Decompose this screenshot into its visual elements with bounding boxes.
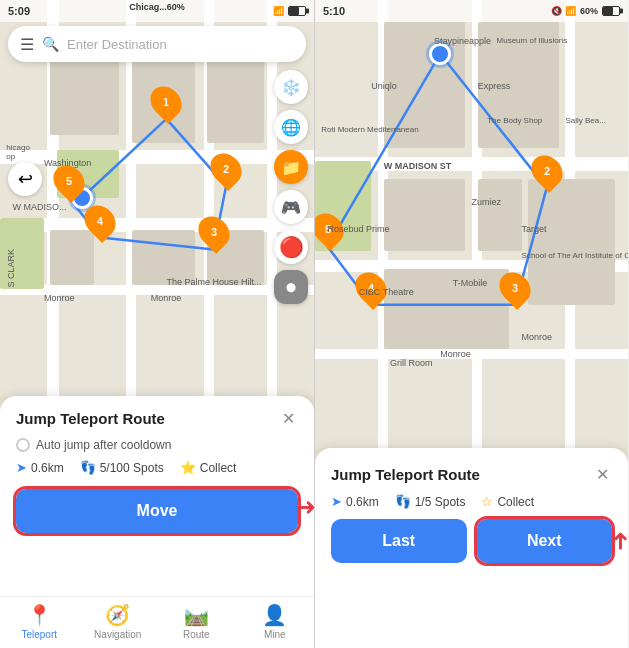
teleport-nav-label: Teleport [21, 629, 57, 640]
navigation-icon: ➤ [16, 460, 27, 475]
label-target: Target [522, 224, 547, 234]
auto-jump-radio[interactable] [16, 438, 30, 452]
label-monroe-left1: Monroe [44, 293, 75, 303]
left-auto-jump-row: Auto jump after cooldown [16, 438, 298, 452]
left-move-container: Move ➜ [16, 485, 298, 533]
label-clark: S CLARK [6, 249, 16, 288]
left-dialog: Jump Teleport Route ✕ Auto jump after co… [0, 396, 314, 596]
right-dialog-title-row: Jump Teleport Route ✕ [331, 464, 612, 484]
undo-button[interactable]: ↩ [8, 162, 42, 196]
label-wmadison-right: W MADISON ST [384, 161, 452, 171]
tool-snowflake[interactable]: ❄️ [274, 70, 308, 104]
label-tmobile: T-Mobile [453, 278, 488, 288]
label-zumiez: Zumiez [472, 197, 502, 207]
left-battery [288, 6, 306, 16]
label-express: Express [478, 81, 511, 91]
footprint-icon: 👣 [80, 460, 96, 475]
left-status-bar: 5:09 Chicag...60% 📶 [0, 0, 314, 22]
building-r6 [384, 269, 509, 350]
left-status-center: Chicag...60% [129, 2, 185, 12]
nav-navigation-left[interactable]: 🧭 Navigation [79, 603, 158, 640]
waypoint-4-left: 4 [86, 204, 114, 238]
right-close-button[interactable]: ✕ [592, 464, 612, 484]
right-info-row: ➤ 0.6km 👣 1/5 Spots ☆ Collect [331, 494, 612, 509]
nav-mine-left[interactable]: 👤 Mine [236, 603, 315, 640]
label-sally: Sally Bea... [565, 116, 605, 125]
label-schoolart: School of The Art Institute of Chicago [522, 251, 582, 260]
left-collect: Collect [200, 461, 237, 475]
right-map-bg: 2 3 4 5 Roti Modern Mediterranean Staypi… [315, 0, 628, 448]
hamburger-icon[interactable]: ☰ [20, 35, 34, 54]
route-nav-label: Route [183, 629, 210, 640]
blue-dot-right [429, 43, 451, 65]
waypoint-2-left: 2 [212, 152, 240, 186]
right-distance-item: ➤ 0.6km [331, 494, 379, 509]
right-spots: 1/5 Spots [415, 495, 466, 509]
left-search-bar[interactable]: ☰ 🔍 Enter Destination [8, 26, 306, 62]
label-monroe-right2: Monroe [522, 332, 553, 342]
left-spots: 5/100 Spots [100, 461, 164, 475]
label-uniqlo: Uniqlo [371, 81, 397, 91]
label-staypineapple: Staypineapple [434, 36, 491, 46]
tool-gamepad[interactable]: 🎮 [274, 190, 308, 224]
waypoint-3-right: 3 [501, 271, 529, 305]
label-bodyshop: The Body Shop [487, 116, 542, 125]
label-grillroom: Grill Room [390, 358, 433, 368]
tool-folder[interactable]: 📁 [274, 150, 308, 184]
building-6 [50, 230, 94, 285]
nav-route-left[interactable]: 🛤️ Route [157, 603, 236, 640]
move-button[interactable]: Move [16, 489, 298, 533]
left-spots-item: 👣 5/100 Spots [80, 460, 164, 475]
next-button[interactable]: Next [477, 519, 613, 563]
red-arrow-right: ➜ [606, 531, 628, 551]
tool-record[interactable]: 🔴 [274, 230, 308, 264]
label-museum: Museum of Illusions [497, 36, 568, 45]
right-map: 2 3 4 5 Roti Modern Mediterranean Staypi… [315, 0, 628, 448]
search-icon: 🔍 [42, 36, 59, 52]
right-collect: Collect [497, 495, 534, 509]
navigation-nav-icon: 🧭 [105, 603, 130, 627]
right-collect-item: ☆ Collect [481, 494, 534, 509]
right-battery [602, 6, 620, 16]
label-rosebud: Rosebud Prime [328, 224, 390, 234]
mine-nav-label: Mine [264, 629, 286, 640]
waypoint-2-right: 2 [533, 154, 561, 188]
mine-nav-icon: 👤 [262, 603, 287, 627]
left-dialog-title-row: Jump Teleport Route ✕ [16, 408, 298, 428]
left-map: 1 2 3 4 5 Washington W MADISO... S CLARK… [0, 0, 314, 396]
left-dialog-title: Jump Teleport Route [16, 410, 165, 427]
left-info-row: ➤ 0.6km 👣 5/100 Spots ⭐ Collect [16, 460, 298, 475]
building-r5 [528, 179, 616, 304]
waypoint-3-left: 3 [200, 215, 228, 249]
right-buttons-container: Last Next ➜ [331, 519, 612, 563]
nav-teleport-left[interactable]: 📍 Teleport [0, 603, 79, 640]
right-button-row: Last Next [331, 519, 612, 563]
route-nav-icon: 🛤️ [184, 603, 209, 627]
label-wmadison-left: W MADISO... [13, 202, 67, 212]
left-bottom-nav: 📍 Teleport 🧭 Navigation 🛤️ Route 👤 Mine [0, 596, 314, 648]
last-button[interactable]: Last [331, 519, 467, 563]
red-arrow-left: ➜ [296, 493, 314, 521]
right-distance: 0.6km [346, 495, 379, 509]
left-panel: 1 2 3 4 5 Washington W MADISO... S CLARK… [0, 0, 314, 648]
search-input[interactable]: Enter Destination [67, 37, 167, 52]
right-dialog: Jump Teleport Route ✕ ➤ 0.6km 👣 1/5 Spot… [315, 448, 628, 648]
tool-globe[interactable]: 🌐 [274, 110, 308, 144]
label-monroe-left2: Monroe [151, 293, 182, 303]
right-star-icon: ☆ [481, 494, 493, 509]
right-navigation-icon: ➤ [331, 494, 342, 509]
right-panel: 2 3 4 5 Roti Modern Mediterranean Staypi… [314, 0, 628, 648]
waypoint-5-left: 5 [55, 164, 83, 198]
label-chicago-loop: hicagoop [6, 143, 30, 161]
left-close-button[interactable]: ✕ [278, 408, 298, 428]
label-cibc: CIBC Theatre [359, 287, 414, 297]
left-distance-item: ➤ 0.6km [16, 460, 64, 475]
left-distance: 0.6km [31, 461, 64, 475]
left-side-tools: ❄️ 🌐 📁 🎮 🔴 ⬤ [274, 70, 308, 304]
right-status-icons: 🔇 📶 60% [551, 6, 620, 16]
navigation-nav-label: Navigation [94, 629, 141, 640]
tool-toggle[interactable]: ⬤ [274, 270, 308, 304]
right-time: 5:10 [323, 5, 345, 17]
teleport-nav-icon: 📍 [27, 603, 52, 627]
waypoint-1-left: 1 [152, 85, 180, 119]
